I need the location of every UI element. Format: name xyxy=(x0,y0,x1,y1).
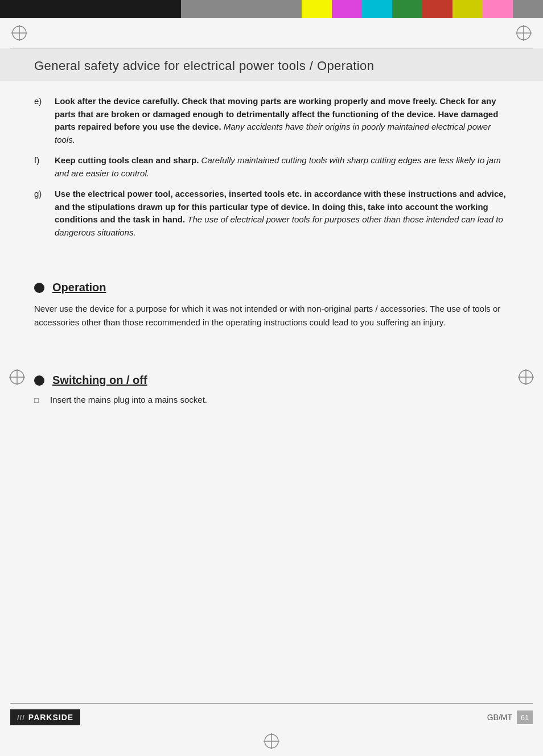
sub-bullet-icon: □ xyxy=(34,395,50,404)
color-seg-green xyxy=(392,0,422,18)
reg-mark-bottom-center xyxy=(262,732,281,750)
list-section: e) Look after the device carefully. Chec… xyxy=(34,95,509,239)
reg-mark-left xyxy=(8,368,26,389)
switching-title: Switching on / off xyxy=(52,374,147,387)
list-label-g: g) xyxy=(34,188,55,239)
list-item-e: e) Look after the device carefully. Chec… xyxy=(34,95,509,146)
color-seg-red xyxy=(422,0,452,18)
logo-text: PARKSIDE xyxy=(28,713,73,722)
page-title: General safety advice for electrical pow… xyxy=(34,59,509,73)
footer-page-info: GB/MT 61 xyxy=(487,710,533,724)
page: General safety advice for electrical pow… xyxy=(0,0,543,756)
switching-header: Switching on / off xyxy=(34,374,509,387)
sub-list-item-1: □ Insert the mains plug into a mains soc… xyxy=(34,395,509,404)
color-seg-cyan xyxy=(362,0,392,18)
color-seg-magenta xyxy=(332,0,362,18)
reg-mark-row-top xyxy=(0,18,543,48)
list-content-e: Look after the device carefully. Check t… xyxy=(55,95,509,146)
parkside-logo: /// PARKSIDE xyxy=(10,709,80,725)
color-seg-5 xyxy=(121,0,151,18)
color-seg-4 xyxy=(90,0,121,18)
sub-list-text-1: Insert the mains plug into a mains socke… xyxy=(50,395,207,404)
list-content-g: Use the electrical power tool, accessori… xyxy=(55,188,509,239)
footer: /// PARKSIDE GB/MT 61 xyxy=(0,704,543,729)
operation-bullet xyxy=(34,283,44,293)
operation-body: Never use the device for a purpose for w… xyxy=(34,302,509,329)
main-content: e) Look after the device carefully. Chec… xyxy=(0,81,543,703)
color-seg-6 xyxy=(151,0,181,18)
color-seg-8 xyxy=(211,0,241,18)
color-seg-10 xyxy=(272,0,302,18)
page-info-label: GB/MT xyxy=(487,713,512,722)
color-seg-9 xyxy=(241,0,272,18)
list-item-g: g) Use the electrical power tool, access… xyxy=(34,188,509,239)
color-seg-yellow xyxy=(302,0,332,18)
page-number-badge: 61 xyxy=(517,710,533,724)
reg-mark-right xyxy=(517,368,535,389)
list-label-f: f) xyxy=(34,154,55,180)
color-seg-3 xyxy=(60,0,90,18)
spacer-1 xyxy=(34,247,509,264)
spacer-2 xyxy=(34,340,509,357)
list-label-e: e) xyxy=(34,95,55,146)
color-seg-gray xyxy=(513,0,543,18)
color-seg-7 xyxy=(181,0,211,18)
operation-header: Operation xyxy=(34,281,509,294)
color-bar-top xyxy=(0,0,543,18)
color-seg-1 xyxy=(0,0,30,18)
page-header: General safety advice for electrical pow… xyxy=(0,48,543,81)
switching-bullet xyxy=(34,375,44,386)
color-seg-2 xyxy=(30,0,60,18)
reg-mark-top-right xyxy=(515,24,533,42)
list-item-f: f) Keep cutting tools clean and sharp. C… xyxy=(34,154,509,180)
operation-title: Operation xyxy=(52,281,106,294)
color-seg-pink xyxy=(483,0,513,18)
reg-mark-row-bottom xyxy=(0,729,543,756)
list-content-f: Keep cutting tools clean and sharp. Care… xyxy=(55,154,509,180)
color-seg-olive xyxy=(452,0,483,18)
list-bold-f: Keep cutting tools clean and sharp. xyxy=(55,155,199,165)
reg-mark-top-left xyxy=(10,24,28,42)
logo-slashes: /// xyxy=(17,713,25,722)
